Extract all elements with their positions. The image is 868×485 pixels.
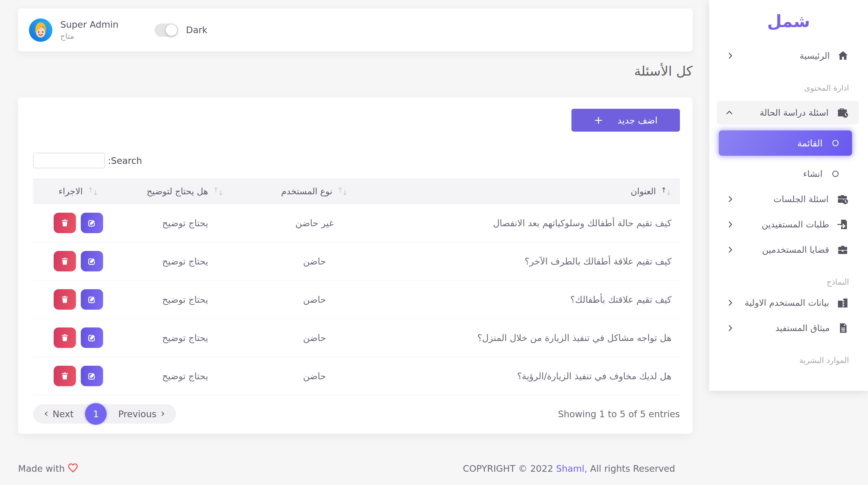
plus-icon: + [594,115,603,126]
cell-actions [33,213,124,233]
cell-user-type: حاضن [247,371,382,381]
made-with: Made with [18,461,79,476]
table-footer: Showing 1 to 5 of 5 entries ‹ Next 1 Pre… [33,404,680,424]
sort-icon: ↑↓ [661,188,672,195]
briefcase-clock-icon [836,106,849,119]
sidebar-item-label: طلبات المستفيدين [762,219,829,230]
cell-actions [33,366,124,386]
edit-button[interactable] [81,327,103,348]
sidebar-subitem-create[interactable]: انشاء [719,165,852,183]
chevron-left-icon [726,52,735,60]
cell-user-type: غير حاضن [247,218,382,228]
document-icon [837,322,849,334]
briefcase-icon [836,244,849,256]
pagination: ‹ Next 1 Previous › [33,404,176,424]
user-name: Super Admin [60,19,119,30]
column-header-actions: ↑↓ الاجراء [33,186,124,196]
delete-button[interactable] [54,251,76,271]
edit-button[interactable] [81,366,103,386]
chevron-left-icon [726,298,735,307]
circle-icon [832,139,839,147]
app-logo[interactable]: شمل [709,11,868,31]
chevron-up-icon [725,108,734,117]
pagination-page-1[interactable]: 1 [85,403,107,425]
table-row: كيف تقيم علاقة أطفالك بالطرف الآخر؟ حاضن… [33,242,680,281]
sidebar-item-beneficiary-charter[interactable]: ميثاق المستفيد [709,319,868,337]
sidebar-subitem-label: القائمة [797,138,823,149]
cell-title: كيف تقيم علاقة أطفالك بالطرف الآخر؟ [382,256,680,267]
search-input[interactable] [33,153,105,168]
user-block[interactable]: Super Admin متاح [29,19,119,42]
avatar[interactable] [29,19,53,42]
cell-clarification: يحتاج توضيح [124,256,247,267]
column-header-title[interactable]: ↑↓ العنوان [382,186,680,196]
sidebar-item-label: الرئيسية [800,51,830,61]
chevron-left-icon: ‹ [44,408,48,419]
table-row: هل لديك مخاوف في تنفيذ الزيارة/الرؤية؟ ح… [33,357,680,395]
page-root: { "app": { "logo": "شمل" }, "topbar": { … [0,0,868,485]
sidebar-item-case-study-questions[interactable]: اسئلة دراسة الحالة [717,101,859,124]
cell-title: كيف تقيم علاقتك بأطفالك؟ [382,294,680,305]
cell-title: هل لديك مخاوف في تنفيذ الزيارة/الرؤية؟ [382,371,680,381]
cell-actions [33,251,124,271]
toggle-knob [166,24,177,36]
sidebar-section-hr: الموارد البشرية [709,356,868,365]
add-new-label: اضف جديد [618,115,658,126]
cell-title: هل تواجه مشاكل في تنفيذ الزيارة من خلال … [382,332,680,343]
building-icon [836,296,849,309]
sidebar-subitem-list-active[interactable]: القائمة [719,130,852,156]
delete-button[interactable] [54,213,76,233]
edit-button[interactable] [81,251,103,271]
sidebar-item-initial-user-data[interactable]: بيانات المستخدم الاولية [709,294,868,312]
table-row: كيف تقيم حالة أطفالك وسلوكياتهم بعد الان… [33,204,680,242]
brand-link[interactable]: Shaml, [556,463,587,474]
dark-mode-toggle-wrap: Dark [155,24,207,37]
delete-button[interactable] [54,327,76,348]
chevron-left-icon [726,324,735,332]
chevron-left-icon [726,195,735,203]
dark-mode-toggle[interactable] [155,24,178,37]
chevron-left-icon [726,220,735,229]
circle-icon [832,170,839,178]
column-header-user-type[interactable]: ↑↓ نوع المستخدم [247,186,382,196]
table-header-row: ↑↓ العنوان ↑↓ نوع المستخدم ↑↓ هل يحتاج ل… [33,179,680,204]
dark-mode-label: Dark [186,25,207,35]
pagination-next[interactable]: ‹ Next [44,409,73,419]
search-label: Search: [108,156,142,166]
sidebar-item-label: قضايا المستخدمين [762,245,829,255]
sidebar-item-label: اسئلة الجلسات [773,194,829,204]
heart-icon [67,461,79,476]
cell-clarification: يحتاج توضيح [124,218,247,228]
pagination-previous[interactable]: Previous › [118,409,165,419]
cell-clarification: يحتاج توضيح [124,371,247,381]
sidebar-item-home[interactable]: الرئيسية [709,47,868,65]
sidebar-section-content: ادارة المحتوى [709,84,868,93]
sidebar-item-label: بيانات المستخدم الاولية [745,298,829,308]
questions-table: ↑↓ العنوان ↑↓ نوع المستخدم ↑↓ هل يحتاج ل… [33,179,680,395]
sidebar-nav: الرئيسية ادارة المحتوى اسئلة دراسة الحال… [709,47,868,365]
sidebar-item-beneficiary-requests[interactable]: طلبات المستفيدين [709,216,868,233]
sort-icon: ↑↓ [337,188,348,195]
delete-button[interactable] [54,366,76,386]
sidebar-item-label: اسئلة دراسة الحالة [760,107,829,118]
search-row: Search: [33,153,680,168]
sidebar-item-label: ميثاق المستفيد [775,323,830,333]
sidebar-item-user-issues[interactable]: قضايا المستخدمين [709,241,868,259]
cell-title: كيف تقيم حالة أطفالك وسلوكياتهم بعد الان… [382,218,680,228]
edit-button[interactable] [81,213,103,233]
sort-icon: ↑↓ [88,188,98,195]
cell-actions [33,289,124,310]
home-icon [837,50,849,62]
column-header-clarification[interactable]: ↑↓ هل يحتاج لتوضيح [124,186,247,196]
sidebar-item-session-questions[interactable]: اسئلة الجلسات [709,190,868,208]
user-status: متاح [60,32,119,41]
table-row: كيف تقيم علاقتك بأطفالك؟ حاضن يحتاج توضي… [33,281,680,319]
add-new-button[interactable]: اضف جديد + [571,109,680,132]
chevron-right-icon: › [161,408,165,419]
sidebar-section-forms: النماذج [709,278,868,287]
cell-actions [33,327,124,348]
edit-button[interactable] [81,289,103,310]
copyright: COPYRIGHT © 2022 Shaml, All rights Reser… [463,463,675,474]
delete-button[interactable] [54,289,76,310]
footer: Made with COPYRIGHT © 2022 Shaml, All ri… [18,461,675,476]
